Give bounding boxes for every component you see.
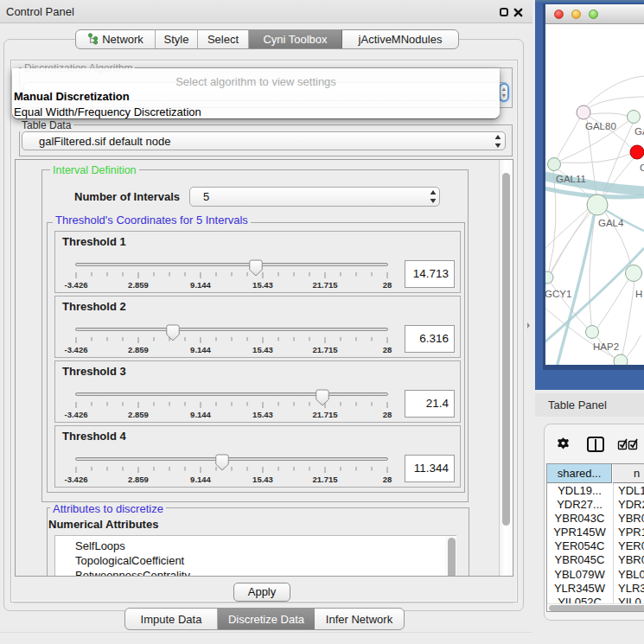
- svg-text:GCY1: GCY1: [545, 289, 571, 299]
- svg-text:GA: GA: [634, 126, 644, 137]
- svg-text:GAL4: GAL4: [598, 218, 624, 228]
- svg-text:C: C: [640, 163, 644, 173]
- svg-text:HAP2: HAP2: [593, 341, 619, 352]
- svg-text:GAL11: GAL11: [556, 174, 586, 184]
- svg-text:GAL80: GAL80: [585, 121, 616, 131]
- svg-text:H: H: [635, 289, 642, 299]
